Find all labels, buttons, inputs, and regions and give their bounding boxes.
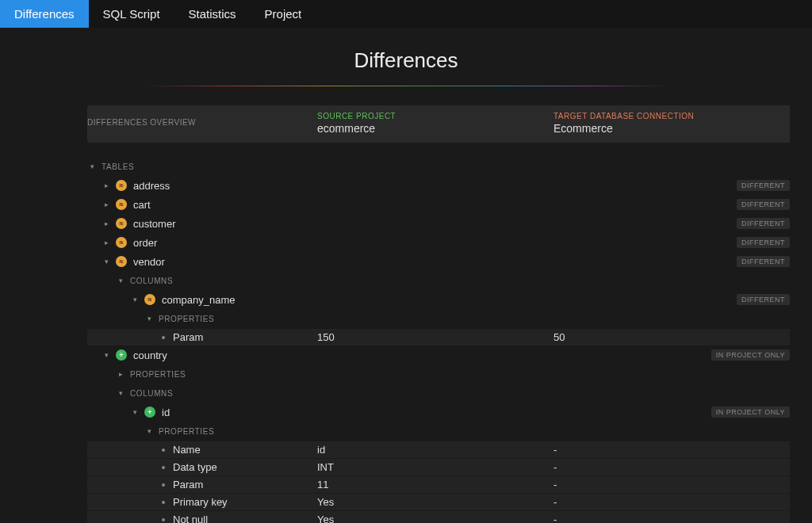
- bullet-icon: [162, 466, 165, 469]
- property-target-value: -: [553, 496, 790, 508]
- status-badge: IN PROJECT ONLY: [711, 349, 790, 361]
- status-badge: DIFFERENT: [737, 256, 790, 267]
- property-target-value: -: [553, 513, 790, 523]
- property-row-param: Param 150 50: [87, 328, 790, 345]
- chevron-right-icon[interactable]: ▸: [102, 200, 111, 208]
- chevron-right-icon[interactable]: ▸: [102, 220, 111, 227]
- section-tables[interactable]: ▾ TABLES: [87, 157, 790, 176]
- property-row-notnull: Not null Yes -: [87, 510, 790, 523]
- property-row-param: Param 11 -: [87, 475, 790, 493]
- bullet-icon: [162, 501, 165, 504]
- modified-icon: ≈: [116, 180, 127, 191]
- chevron-down-icon[interactable]: ▾: [102, 351, 111, 359]
- property-row-datatype: Data type INT -: [87, 458, 790, 475]
- source-value: ecommerce: [317, 122, 553, 135]
- chevron-right-icon[interactable]: ▸: [102, 239, 111, 246]
- property-row-name: Name id -: [87, 441, 790, 458]
- property-row-primarykey: Primary key Yes -: [87, 493, 790, 510]
- property-source-value: Yes: [317, 496, 553, 508]
- status-badge: DIFFERENT: [737, 218, 790, 229]
- section-properties[interactable]: ▾ PROPERTIES: [87, 309, 790, 328]
- table-row-country[interactable]: ▾ + country IN PROJECT ONLY: [87, 345, 790, 365]
- bullet-icon: [162, 518, 165, 521]
- section-columns[interactable]: ▾ COLUMNS: [87, 384, 790, 403]
- status-badge: DIFFERENT: [737, 180, 790, 191]
- added-icon: +: [144, 407, 155, 418]
- table-row-cart[interactable]: ▸ ≈ cart DIFFERENT: [87, 195, 790, 214]
- overview-label: DIFFERENCES OVERVIEW: [87, 105, 317, 136]
- bullet-icon: [162, 336, 165, 339]
- chevron-down-icon[interactable]: ▾: [116, 389, 125, 397]
- table-row-customer[interactable]: ▸ ≈ customer DIFFERENT: [87, 214, 790, 233]
- property-target-value: 50: [553, 331, 790, 343]
- comparison-header: DIFFERENCES OVERVIEW SOURCE PROJECT ecom…: [87, 105, 790, 143]
- property-target-value: -: [553, 461, 790, 473]
- status-badge: DIFFERENT: [737, 199, 790, 210]
- modified-icon: ≈: [144, 294, 155, 305]
- tab-differences[interactable]: Differences: [0, 0, 89, 28]
- property-source-value: 150: [317, 331, 553, 343]
- page-title: Differences: [0, 28, 812, 86]
- modified-icon: ≈: [116, 237, 127, 248]
- source-label: SOURCE PROJECT: [317, 112, 553, 120]
- tab-sql-script[interactable]: SQL Script: [89, 0, 174, 28]
- chevron-down-icon[interactable]: ▾: [144, 315, 154, 323]
- property-source-value: id: [317, 444, 553, 456]
- table-row-vendor[interactable]: ▾ ≈ vendor DIFFERENT: [87, 252, 790, 271]
- chevron-down-icon[interactable]: ▾: [116, 277, 125, 284]
- table-row-address[interactable]: ▸ ≈ address DIFFERENT: [87, 176, 790, 195]
- added-icon: +: [116, 349, 127, 361]
- bullet-icon: [162, 483, 165, 487]
- target-value: Ecommerce: [553, 122, 790, 135]
- modified-icon: ≈: [116, 218, 127, 229]
- property-target-value: -: [553, 444, 790, 456]
- chevron-down-icon[interactable]: ▾: [102, 258, 111, 265]
- property-source-value: 11: [317, 479, 553, 491]
- chevron-down-icon[interactable]: ▾: [130, 296, 140, 303]
- status-badge: DIFFERENT: [737, 237, 790, 248]
- main-tabs: Differences SQL Script Statistics Projec…: [0, 0, 812, 28]
- table-row-order[interactable]: ▸ ≈ order DIFFERENT: [87, 233, 790, 252]
- chevron-right-icon[interactable]: ▸: [102, 181, 111, 189]
- tab-statistics[interactable]: Statistics: [174, 0, 251, 28]
- divider-rainbow: [144, 86, 668, 86]
- bullet-icon: [162, 449, 165, 452]
- modified-icon: ≈: [116, 199, 127, 210]
- chevron-down-icon[interactable]: ▾: [144, 427, 154, 435]
- column-row-id[interactable]: ▾ + id IN PROJECT ONLY: [87, 403, 790, 422]
- chevron-right-icon[interactable]: ▸: [116, 370, 125, 378]
- target-label: TARGET DATABASE CONNECTION: [553, 112, 790, 120]
- chevron-down-icon[interactable]: ▾: [130, 408, 140, 416]
- property-target-value: -: [553, 479, 790, 491]
- section-properties[interactable]: ▾ PROPERTIES: [87, 422, 790, 441]
- status-badge: IN PROJECT ONLY: [711, 407, 790, 418]
- section-columns[interactable]: ▾ COLUMNS: [87, 271, 790, 290]
- section-properties[interactable]: ▸ PROPERTIES: [87, 365, 790, 384]
- modified-icon: ≈: [116, 256, 127, 267]
- chevron-down-icon[interactable]: ▾: [87, 162, 97, 170]
- property-source-value: Yes: [317, 513, 553, 523]
- status-badge: DIFFERENT: [737, 294, 790, 305]
- column-row-company-name[interactable]: ▾ ≈ company_name DIFFERENT: [87, 290, 790, 309]
- diff-tree: ▾ TABLES ▸ ≈ address DIFFERENT ▸ ≈ cart …: [87, 157, 790, 523]
- tab-project[interactable]: Project: [251, 0, 316, 28]
- property-source-value: INT: [317, 461, 553, 473]
